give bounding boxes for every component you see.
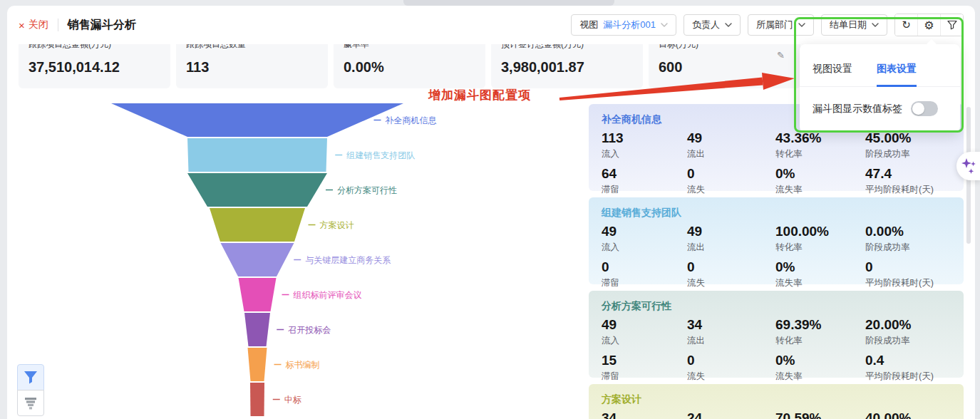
metric-cell: 100.00%转化率 xyxy=(775,224,865,254)
chart-type-switcher xyxy=(17,364,44,416)
metric-cell: 64滞留 xyxy=(602,167,687,196)
close-label: 关闭 xyxy=(29,19,48,31)
kpi-label: 跟踪项目总金额(万元) xyxy=(29,44,160,51)
metric-cell: 0%流失率 xyxy=(775,353,865,383)
stage-metrics-grid: 34流入24流出70.59%转化率40.00%阶段成功率滞留流失流失率平均阶段耗… xyxy=(602,411,951,419)
metric-cell: 0滞留 xyxy=(602,260,687,289)
funnel-chart-icon xyxy=(22,370,39,386)
close-button[interactable]: × 关闭 xyxy=(19,19,48,31)
metric-value: 49 xyxy=(602,224,687,239)
stage-metrics-grid: 113流入49流出43.36%转化率45.00%阶段成功率64滞留0流失0%流失… xyxy=(602,131,951,196)
page-header: × 关闭 销售漏斗分析 视图 漏斗分析001 负责人所属部门结单日期 ↻⚙ xyxy=(7,6,975,44)
funnel-value-label-toggle[interactable] xyxy=(911,101,938,116)
dropdown-label: 结单日期 xyxy=(830,19,867,31)
toggle-label: 漏斗图显示数值标签 xyxy=(813,103,902,115)
filter-dropdown-button[interactable]: 结单日期 xyxy=(821,14,887,36)
metric-value: 0.4 xyxy=(865,353,951,368)
metric-label: 流失率 xyxy=(775,371,865,383)
tab-view-settings[interactable]: 视图设置 xyxy=(813,63,852,86)
metric-value: 0 xyxy=(687,260,775,275)
top-tab xyxy=(403,0,614,6)
chevron-down-icon xyxy=(798,23,805,27)
funnel-stage[interactable] xyxy=(187,138,327,172)
funnel-stage-label: 与关键层建立商务关系 xyxy=(305,255,391,265)
metric-cell: 47.4平均阶段耗时(天) xyxy=(865,167,951,196)
kpi-card: 赢单率0.00% xyxy=(334,44,485,88)
chart-type-pyramid-button[interactable] xyxy=(17,390,44,416)
metric-value: 0 xyxy=(687,167,775,182)
metric-cell: 49流出 xyxy=(687,224,775,254)
metric-cell: 0%流失率 xyxy=(775,260,865,289)
metric-value: 24 xyxy=(687,411,775,419)
chevron-down-icon xyxy=(661,23,668,27)
kpi-card: 跟踪项目总金额(万元)37,510,014.12 xyxy=(19,44,170,88)
metric-label: 滞留 xyxy=(602,184,687,196)
metric-cell: 0%流失率 xyxy=(775,167,865,196)
toggle-row: 漏斗图显示数值标签 xyxy=(800,87,960,116)
metric-cell: 49流出 xyxy=(687,131,775,160)
funnel-stage-label: 组建销售支持团队 xyxy=(346,150,415,160)
kpi-value: 0.00% xyxy=(344,59,475,76)
stage-card-title: 方案设计 xyxy=(602,393,951,406)
metric-value: 49 xyxy=(687,224,775,239)
metric-label: 流入 xyxy=(602,148,687,160)
dropdown-label: 所属部门 xyxy=(756,19,793,31)
kpi-label: 目标(万元) xyxy=(659,44,790,51)
metric-cell: 70.59%转化率 xyxy=(775,411,865,419)
metric-cell: 0.00%阶段成功率 xyxy=(865,224,951,254)
metric-label: 滞留 xyxy=(602,277,687,289)
kpi-card: 跟踪项目总数量113 xyxy=(176,44,328,88)
metric-label: 转化率 xyxy=(775,242,865,254)
chevron-down-icon xyxy=(872,23,879,27)
filter-dropdown-button[interactable]: 负责人 xyxy=(684,14,741,36)
filter-dropdown-button[interactable]: 所属部门 xyxy=(748,14,814,36)
kpi-value: 600 xyxy=(659,59,790,76)
metric-label: 阶段成功率 xyxy=(865,148,951,160)
dropdown-label: 负责人 xyxy=(692,19,720,31)
sales-funnel-analysis-page: × 关闭 销售漏斗分析 视图 漏斗分析001 负责人所属部门结单日期 ↻⚙ 跟踪… xyxy=(0,0,980,419)
gear-icon[interactable]: ⚙ xyxy=(917,14,940,36)
metric-label: 流入 xyxy=(602,335,687,347)
ai-assistant-tab[interactable] xyxy=(956,152,980,180)
kpi-label: 跟踪项目总数量 xyxy=(186,44,318,51)
view-label: 视图 xyxy=(579,19,598,31)
metric-cell: 0平均阶段耗时(天) xyxy=(865,260,951,289)
funnel-stage[interactable] xyxy=(111,103,403,137)
kpi-label: 预计签订总金额(万元) xyxy=(501,44,633,51)
tab-chart-settings[interactable]: 图表设置 xyxy=(877,63,917,87)
header-divider xyxy=(58,19,58,31)
metric-cell: 49流入 xyxy=(602,318,687,347)
metric-value: 64 xyxy=(602,167,687,182)
edit-icon[interactable]: ✎ xyxy=(777,50,785,61)
refresh-icon[interactable]: ↻ xyxy=(895,14,917,36)
funnel-stage[interactable] xyxy=(187,173,327,207)
stage-card: 组建销售支持团队49流入49流出100.00%转化率0.00%阶段成功率0滞留0… xyxy=(589,197,964,284)
funnel-stage-label: 中标 xyxy=(284,395,302,405)
metric-label: 流出 xyxy=(687,242,775,254)
funnel-stage[interactable] xyxy=(210,208,305,242)
stage-metrics-grid: 49流入49流出100.00%转化率0.00%阶段成功率0滞留0流失0%流失率0… xyxy=(602,224,951,289)
metric-label: 流失 xyxy=(687,371,775,383)
funnel-stage[interactable] xyxy=(221,243,294,276)
annotation-text: 增加漏斗图配置项 xyxy=(428,87,531,103)
kpi-label: 赢单率 xyxy=(344,44,475,51)
metric-cell: 34流出 xyxy=(687,318,775,347)
metric-label: 流失率 xyxy=(775,184,865,196)
metric-cell: 24流出 xyxy=(687,411,775,419)
funnel-stage[interactable] xyxy=(244,313,270,346)
kpi-value: 37,510,014.12 xyxy=(29,59,160,76)
metric-cell: 15滞留 xyxy=(602,353,687,383)
filter-button[interactable] xyxy=(940,14,963,36)
funnel-stage[interactable] xyxy=(248,348,267,381)
chart-type-funnel-button[interactable] xyxy=(17,364,44,390)
stage-card-title: 组建销售支持团队 xyxy=(602,207,951,219)
metric-label: 滞留 xyxy=(602,371,687,383)
metric-value: 70.59% xyxy=(775,411,865,419)
kpi-card: 预计签订总金额(万元)3,980,001.87 xyxy=(491,44,643,88)
funnel-stage[interactable] xyxy=(239,278,277,311)
funnel-stage[interactable] xyxy=(250,383,264,416)
close-icon: × xyxy=(19,20,25,31)
metric-label: 阶段成功率 xyxy=(865,335,951,347)
metric-cell: 0流失 xyxy=(687,167,775,196)
view-select-button[interactable]: 视图 漏斗分析001 xyxy=(571,14,676,36)
